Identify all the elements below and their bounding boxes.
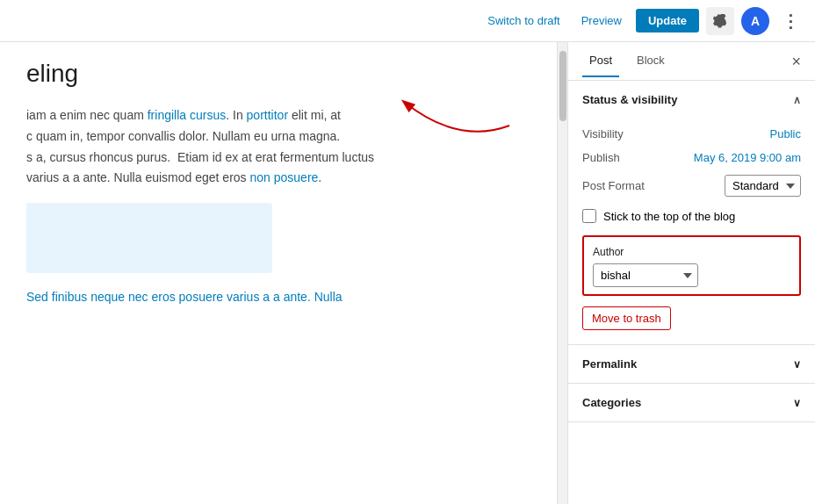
astra-icon[interactable]: A xyxy=(741,7,769,35)
post-format-row: Post Format Standard Aside Image Video xyxy=(582,169,801,202)
sticky-post-label: Stick to the top of the blog xyxy=(603,210,735,223)
sticky-post-row: Stick to the top of the blog xyxy=(582,202,801,227)
permalink-header[interactable]: Permalink ∨ xyxy=(568,345,815,383)
chevron-down-icon-permalink: ∨ xyxy=(793,358,801,371)
status-visibility-content: Visibility Public Publish May 6, 2019 9:… xyxy=(568,119,815,344)
chevron-down-icon-categories: ∨ xyxy=(793,397,801,409)
author-highlighted-section: Author bishal admin xyxy=(582,235,801,296)
author-select-wrap: bishal admin xyxy=(593,263,790,287)
visibility-row: Visibility Public xyxy=(582,122,801,146)
link-non-posuere[interactable]: non posuere xyxy=(249,170,318,184)
permalink-title: Permalink xyxy=(582,357,637,371)
sidebar: Post Block × Status & visibility ∧ Visib… xyxy=(567,42,815,504)
sidebar-tabs: Post Block × xyxy=(568,42,815,81)
top-toolbar: Switch to draft Preview Update A ⋮ xyxy=(0,0,815,42)
post-format-label: Post Format xyxy=(582,179,645,192)
link-porttitor[interactable]: porttitor xyxy=(247,108,288,122)
status-visibility-section: Status & visibility ∧ Visibility Public … xyxy=(568,81,815,345)
author-label: Author xyxy=(593,246,790,258)
update-button[interactable]: Update xyxy=(636,9,699,32)
author-select[interactable]: bishal admin xyxy=(593,263,698,287)
more-options-button[interactable]: ⋮ xyxy=(776,7,804,35)
chevron-up-icon: ∧ xyxy=(793,94,801,106)
scrollbar-track[interactable] xyxy=(557,42,567,504)
astra-letter: A xyxy=(751,14,760,28)
visibility-value[interactable]: Public xyxy=(770,127,801,140)
sticky-post-checkbox[interactable] xyxy=(582,209,596,223)
link-fringilla[interactable]: fringilla cursus xyxy=(148,108,226,122)
link-sed-finibus[interactable]: Sed finibus neque nec eros posuere variu… xyxy=(26,290,343,304)
categories-section: Categories ∨ xyxy=(568,384,815,422)
editor-paragraph-2: Sed finibus neque nec eros posuere variu… xyxy=(26,287,530,308)
permalink-section: Permalink ∨ xyxy=(568,345,815,384)
close-sidebar-button[interactable]: × xyxy=(791,54,801,69)
post-format-select[interactable]: Standard Aside Image Video xyxy=(725,175,801,197)
editor-paragraph-1: iam a enim nec quam fringilla cursus. In… xyxy=(26,105,530,189)
scrollbar-thumb[interactable] xyxy=(559,51,566,121)
publish-label: Publish xyxy=(582,151,620,164)
gear-icon xyxy=(713,14,727,28)
status-visibility-header[interactable]: Status & visibility ∧ xyxy=(568,81,815,119)
categories-header[interactable]: Categories ∨ xyxy=(568,384,815,421)
editor-area: eling iam a enim nec quam fringilla curs… xyxy=(0,42,557,504)
switch-to-draft-button[interactable]: Switch to draft xyxy=(480,11,566,31)
more-icon: ⋮ xyxy=(782,11,799,32)
visibility-label: Visibility xyxy=(582,127,624,140)
editor-heading: eling xyxy=(26,60,530,88)
tab-post[interactable]: Post xyxy=(582,45,619,77)
move-to-trash-button[interactable]: Move to trash xyxy=(582,306,671,330)
settings-button[interactable] xyxy=(706,7,734,35)
status-visibility-title: Status & visibility xyxy=(582,93,677,106)
preview-button[interactable]: Preview xyxy=(574,11,629,31)
tab-block[interactable]: Block xyxy=(630,45,672,77)
categories-title: Categories xyxy=(582,396,641,409)
publish-row: Publish May 6, 2019 9:00 am xyxy=(582,146,801,169)
editor-image-block xyxy=(26,203,272,273)
main-layout: eling iam a enim nec quam fringilla curs… xyxy=(0,42,815,504)
publish-value[interactable]: May 6, 2019 9:00 am xyxy=(694,151,801,164)
